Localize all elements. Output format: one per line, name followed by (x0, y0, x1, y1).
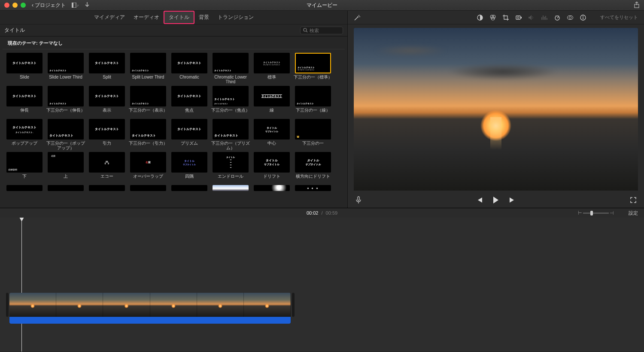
preview-monitor[interactable] (354, 28, 638, 191)
title-thumbnail[interactable]: タイトルテキスト (171, 86, 207, 106)
title-preset[interactable]: タイトルテキストサブタイトルテキスト標準 (252, 53, 291, 84)
title-thumbnail[interactable]: タイトルテキスト (254, 86, 290, 106)
title-thumbnail[interactable]: タイトルテキスト (89, 86, 125, 106)
back-to-projects-button[interactable]: ‹ プロジェクト (32, 2, 66, 9)
title-thumbnail[interactable]: タイトルテキスト (89, 119, 125, 140)
magic-wand-icon[interactable] (354, 14, 361, 21)
title-preset[interactable]: タイトルテキストサブタイトルテキスト下三分の一（標準） (294, 53, 332, 84)
title-thumbnail[interactable]: タイトルテキスト (89, 53, 125, 73)
title-preset[interactable]: タイトル━━━━エンドロール (211, 152, 250, 183)
title-thumbnail[interactable]: タイトルテキスト (48, 53, 84, 73)
title-preset[interactable]: タイトルテキストSplit Lower Third (129, 53, 167, 84)
title-thumbnail[interactable]: 名前 (48, 152, 84, 173)
title-thumbnail[interactable]: タイトルサブタイトル (254, 152, 290, 173)
title-thumbnail[interactable]: ✦ ✦ ✦ (295, 185, 331, 191)
title-thumbnail[interactable]: タイトルテキスト (213, 53, 249, 73)
title-thumbnail[interactable]: タイトル━━━━ (213, 152, 249, 173)
search-box[interactable] (300, 27, 343, 34)
timeline[interactable] (0, 218, 644, 352)
title-preset[interactable] (88, 185, 126, 191)
title-preset[interactable]: タイトルテキスト下三分の一（表示） (129, 86, 167, 117)
title-preset[interactable] (5, 185, 44, 191)
color-balance-icon[interactable] (477, 14, 483, 21)
library-view-icon[interactable]: ♪ (72, 3, 79, 8)
timeline-zoom-slider[interactable]: ⊢ ⊣ (578, 210, 614, 216)
info-icon[interactable] (580, 14, 586, 21)
title-thumbnail[interactable] (213, 185, 249, 191)
speed-icon[interactable] (554, 14, 561, 21)
title-preset[interactable]: タイトルテキストタイトルテキスト下三分の一（焦点） (211, 86, 250, 117)
title-thumbnail[interactable]: タイトルテキスト (130, 119, 166, 140)
title-thumbnail[interactable] (89, 185, 125, 191)
title-thumbnail[interactable]: タイトルテキスト (130, 53, 166, 73)
title-preset[interactable]: タイトルテキスト下三分の一（ポップアップ） (46, 119, 85, 150)
timeline-settings-button[interactable]: 設定 (629, 210, 638, 216)
tab-my-media[interactable]: マイメディア (90, 11, 129, 24)
title-preset[interactable]: タイトルテキストSlide Lower Third (46, 53, 85, 84)
zoom-track[interactable] (583, 212, 609, 214)
title-preset[interactable]: タイトルテキスト下三分の一（線） (294, 86, 332, 117)
search-input[interactable] (310, 28, 340, 33)
title-preset[interactable]: タイトルサブタイトルドリフト (252, 152, 291, 183)
title-preset[interactable]: タイトルテキストSplit (88, 53, 126, 84)
title-thumbnail[interactable] (6, 185, 43, 191)
title-thumbnail[interactable]: タイトルサブタイトル (254, 119, 290, 140)
clip-handle-left[interactable] (6, 293, 9, 317)
title-thumbnail[interactable]: 名称/説明 (6, 152, 43, 173)
color-correction-icon[interactable] (489, 14, 496, 21)
title-preset[interactable] (170, 185, 209, 191)
title-thumbnail[interactable]: タイトルサブタイトル (295, 152, 331, 173)
title-preset[interactable]: タイトルテキストタイトルテキスト.ポップアップ (5, 119, 44, 150)
title-preset[interactable]: タイトルテキスト下三分の一（プリズム） (211, 119, 250, 150)
title-preset[interactable] (252, 185, 291, 191)
title-preset[interactable]: タイトルテキストSlide (5, 53, 44, 84)
volume-icon[interactable] (528, 14, 535, 21)
title-preset[interactable]: タイトルテキスト下三分の一（伸長） (46, 86, 85, 117)
title-preset[interactable]: 👑下三分の一 (294, 119, 332, 150)
title-thumbnail[interactable]: タイトルテキストタイトルテキスト (213, 86, 249, 106)
title-preset[interactable]: タイトルテキストChromatic (170, 53, 209, 84)
tab-transition[interactable]: トランジション (213, 11, 258, 24)
title-preset[interactable] (211, 185, 250, 191)
title-preset[interactable]: タイトルテキスト表示 (88, 86, 126, 117)
title-thumbnail[interactable]: タイトルテキストサブタイトルテキスト (254, 53, 290, 73)
share-icon[interactable] (634, 2, 640, 9)
title-thumbnail[interactable]: タイトルテキスト (6, 86, 43, 106)
minimize-window-button[interactable] (12, 3, 18, 8)
crop-icon[interactable] (502, 14, 509, 21)
voiceover-icon[interactable] (355, 196, 361, 204)
title-thumbnail[interactable]: 👑 (295, 119, 331, 140)
video-clip[interactable] (9, 293, 291, 324)
play-button[interactable] (492, 196, 499, 204)
maximize-window-button[interactable] (21, 3, 26, 8)
import-icon[interactable] (85, 2, 90, 8)
title-thumbnail[interactable]: 名前 (130, 152, 166, 173)
title-preset[interactable]: タイトルサブタイトル横方向にドリフト (294, 152, 332, 183)
title-preset[interactable]: タイトルテキスト線 (252, 86, 291, 117)
title-preset[interactable] (46, 185, 85, 191)
reset-all-button[interactable]: すべてをリセット (600, 14, 638, 21)
title-thumbnail[interactable]: ▞▚ (89, 152, 125, 173)
title-thumbnail[interactable]: タイトルテキスト (171, 53, 207, 73)
title-thumbnail[interactable] (130, 185, 166, 191)
title-thumbnail[interactable]: タイトルサブタイトル (171, 152, 207, 173)
title-preset[interactable]: タイトルテキスト下三分の一（引力） (129, 119, 167, 150)
title-thumbnail[interactable]: タイトルテキスト (171, 119, 207, 140)
filter-icon[interactable] (567, 14, 574, 21)
clip-handle-right[interactable] (292, 293, 295, 317)
title-thumbnail[interactable] (48, 185, 84, 191)
tab-background[interactable]: 背景 (194, 11, 213, 24)
title-preset[interactable]: タイトルテキスト伸長 (5, 86, 44, 117)
title-preset[interactable]: 名称/説明下 (5, 152, 44, 183)
title-preset[interactable]: タイトルサブタイトル四隅 (170, 152, 209, 183)
title-thumbnail[interactable]: タイトルテキスト (213, 119, 249, 140)
title-thumbnail[interactable]: タイトルテキスト (48, 119, 84, 140)
tab-title[interactable]: タイトル (164, 11, 194, 24)
clip-audio-track[interactable] (9, 317, 291, 324)
title-thumbnail[interactable] (254, 185, 290, 191)
title-preset[interactable]: タイトルテキストプリズム (170, 119, 209, 150)
title-thumbnail[interactable]: タイトルテキスト (48, 86, 84, 106)
title-preset[interactable]: ✦ ✦ ✦ (294, 185, 332, 191)
title-thumbnail[interactable]: タイトルテキスト (6, 53, 43, 73)
playhead[interactable] (21, 218, 22, 352)
